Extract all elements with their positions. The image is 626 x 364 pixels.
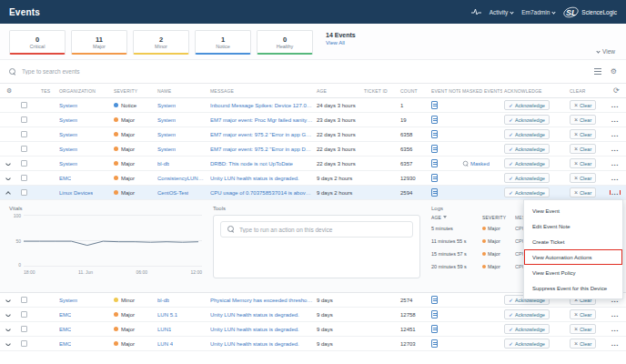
clear-button[interactable]: ×Clear [570,144,596,154]
search-input[interactable] [22,68,594,75]
organization-link[interactable]: System [59,161,77,167]
acknowledge-button[interactable]: ✓Acknowledge [504,144,550,154]
severity-card-major[interactable]: 11Major [71,30,127,55]
event-note-icon[interactable] [431,296,438,304]
event-message-link[interactable]: Unity LUN health status is degraded. [210,341,299,347]
activity-menu[interactable]: Activity [490,9,514,15]
row-actions-button[interactable]: ... [611,176,620,180]
refresh-icon[interactable]: ⟳ [613,87,620,95]
acknowledge-button[interactable]: ✓Acknowledge [504,158,550,168]
severity-card-healthy[interactable]: 0Healthy [257,30,313,55]
organization-link[interactable]: EMC [59,176,71,181]
device-name-link[interactable]: bl-db [157,161,169,167]
event-message-link[interactable]: EM7 major event: 975.2 "Error in app GHE… [210,132,313,137]
row-actions-button[interactable]: ... [611,327,620,331]
event-note-icon[interactable] [431,188,438,197]
menu-item-create-ticket[interactable]: Create Ticket [524,234,622,249]
acknowledge-button[interactable]: ✓Acknowledge [504,309,550,319]
clear-button[interactable]: ×Clear [570,324,596,334]
organization-link[interactable]: System [59,103,77,108]
row-actions-button[interactable]: ... [611,147,620,151]
menu-item-view-automation-actions[interactable]: View Automation Actions [524,249,622,265]
row-checkbox[interactable] [21,160,27,167]
device-name-link[interactable]: LUN 5.1 [157,312,177,318]
device-name-link[interactable]: CentOS-Test [157,190,188,196]
view-dropdown[interactable]: View [597,48,615,55]
acknowledge-button[interactable]: ✓Acknowledge [504,187,550,197]
event-note-icon[interactable] [431,174,438,182]
row-actions-button[interactable]: ... [611,161,620,166]
acknowledge-button[interactable]: ✓Acknowledge [504,339,550,349]
device-name-link[interactable]: System [157,147,176,152]
list-view-icon[interactable] [594,68,601,75]
row-checkbox[interactable] [21,189,27,196]
event-message-link[interactable]: Unity LUN health status is degraded. [210,176,299,181]
row-actions-button[interactable]: ... [611,190,620,195]
event-note-icon[interactable] [431,116,438,124]
row-checkbox[interactable] [21,102,27,108]
settings-gear-icon[interactable]: ⚙ [611,68,617,76]
event-note-icon[interactable] [431,310,438,318]
row-checkbox[interactable] [21,297,27,303]
event-message-link[interactable]: EM7 major event: 975.2 "Error in app Del… [210,147,313,152]
clear-button[interactable]: ×Clear [570,158,596,168]
col-header-tes[interactable]: TES [39,88,57,94]
col-header-masked-events[interactable]: MASKED EVENTS [460,88,502,94]
acknowledge-button[interactable]: ✓Acknowledge [504,100,550,110]
expand-row-icon[interactable] [5,162,11,166]
col-header-ticket-id[interactable]: TICKET ID [362,88,399,94]
menu-item-suppress-event-for-this-device[interactable]: Suppress Event for this Device [524,280,622,296]
row-checkbox[interactable] [21,146,27,152]
event-note-icon[interactable] [431,130,438,138]
device-name-link[interactable]: bl-db [157,298,169,303]
event-message-link[interactable]: DRBD: This node is not UpToDate [210,161,293,167]
log-col-severity[interactable]: SEVERITY [482,215,515,220]
collapse-row-icon[interactable] [5,191,11,196]
masked-link[interactable]: Masked [470,161,490,167]
col-header-severity[interactable]: SEVERITY [112,88,156,94]
device-name-link[interactable]: ConsistencyLUN1-00 [157,176,207,181]
acknowledge-button[interactable]: ✓Acknowledge [504,115,550,125]
event-message-link[interactable]: CPU usage of 0.703758537014 is above thr… [210,190,313,196]
menu-item-view-event[interactable]: View Event [524,203,622,218]
acknowledge-button[interactable]: ✓Acknowledge [504,129,550,139]
expand-row-icon[interactable] [5,313,11,317]
grid-settings-icon[interactable]: ⚙ [6,87,12,94]
row-checkbox[interactable] [21,326,27,332]
event-message-link[interactable]: Inbound Message Spikes: Device 127.0.0.1… [210,103,313,108]
col-header-name[interactable]: NAME [156,88,208,94]
menu-item-view-event-policy[interactable]: View Event Policy [524,265,622,280]
event-message-link[interactable]: Unity LUN health status is degraded. [210,312,299,318]
user-menu[interactable]: Em7admin [521,9,555,15]
col-header-age[interactable]: AGE [315,88,362,94]
clear-button[interactable]: ×Clear [570,115,596,125]
clear-button[interactable]: ×Clear [570,173,596,183]
severity-card-critical[interactable]: 0Critical [9,30,66,55]
organization-link[interactable]: System [59,132,77,137]
row-checkbox[interactable] [21,340,27,347]
event-note-icon[interactable] [431,101,438,109]
acknowledge-button[interactable]: ✓Acknowledge [504,324,550,334]
col-header-count[interactable]: COUNT [399,88,429,94]
clear-button[interactable]: ×Clear [570,129,596,139]
organization-link[interactable]: System [59,117,77,123]
event-note-icon[interactable] [431,325,438,333]
col-header-acknowledge[interactable]: ACKNOWLEDGE [502,88,568,94]
device-name-link[interactable]: LUN1 [157,327,171,332]
organization-link[interactable]: EMC [59,312,71,318]
expand-row-icon[interactable] [5,177,11,180]
event-note-icon[interactable] [431,159,438,167]
event-note-icon[interactable] [431,145,438,153]
view-all-link[interactable]: View All [326,40,356,46]
severity-card-notice[interactable]: 1Notice [195,30,251,55]
expand-row-icon[interactable] [5,342,11,346]
row-actions-button[interactable]: ... [611,132,620,136]
expand-row-icon[interactable] [5,298,11,302]
event-message-link[interactable]: Physical Memory has exceeded threshold: … [210,298,313,303]
clear-button[interactable]: ×Clear [570,100,596,110]
device-name-link[interactable]: System [157,103,176,108]
col-header-organization[interactable]: ORGANIZATION [57,88,112,94]
severity-card-minor[interactable]: 2Minor [133,30,189,55]
event-message-link[interactable]: EM7 major event: Proc Mgr failed sanity … [210,117,313,123]
clear-button[interactable]: ×Clear [570,339,596,349]
